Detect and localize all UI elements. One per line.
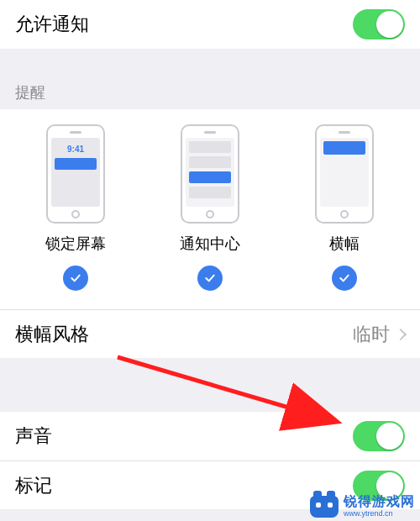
check-icon <box>338 271 351 285</box>
watermark-cn: 锐得游戏网 <box>344 495 415 508</box>
lock-notification-bar <box>55 158 97 170</box>
section-gap <box>0 358 420 412</box>
badge-label: 标记 <box>15 473 52 498</box>
phone-screen-center <box>186 138 234 207</box>
preview-lock-check[interactable] <box>63 266 88 291</box>
banner-style-label: 横幅风格 <box>15 322 89 347</box>
check-icon <box>203 271 217 285</box>
preview-center-check[interactable] <box>197 266 223 291</box>
preview-banner-label: 横幅 <box>329 234 360 254</box>
previews-row: 9:41 锁定屏幕 通知中心 <box>8 124 412 291</box>
preview-center-label: 通知中心 <box>180 234 240 254</box>
alert-style-previews: 9:41 锁定屏幕 通知中心 <box>0 109 420 309</box>
watermark: 锐得游戏网 www.ytrend.cn <box>310 495 415 518</box>
alerts-section-header: 提醒 <box>0 82 420 109</box>
center-line <box>189 141 231 153</box>
preview-banner[interactable]: 横幅 <box>286 124 403 291</box>
allow-notifications-label: 允许通知 <box>15 12 89 37</box>
phone-speaker <box>204 131 216 134</box>
phone-home-button <box>206 210 214 218</box>
phone-screen-banner <box>320 138 369 207</box>
banner-style-row[interactable]: 横幅风格 临时 <box>0 309 420 358</box>
preview-lock-screen[interactable]: 9:41 锁定屏幕 <box>17 124 134 291</box>
sound-toggle[interactable] <box>353 421 405 451</box>
phone-screen-lock: 9:41 <box>51 138 100 207</box>
center-line <box>189 187 231 198</box>
center-line-active <box>189 171 231 183</box>
lock-time: 9:41 <box>67 145 84 154</box>
phone-speaker <box>70 131 81 134</box>
sound-row[interactable]: 声音 <box>0 412 420 460</box>
toggle-knob <box>376 11 403 38</box>
center-line <box>189 156 231 168</box>
preview-lock-label: 锁定屏幕 <box>45 234 106 254</box>
phone-home-button <box>340 210 349 218</box>
watermark-logo-icon <box>310 496 339 518</box>
phone-home-button <box>71 210 80 218</box>
preview-notification-center[interactable]: 通知中心 <box>151 124 269 291</box>
sound-label: 声音 <box>15 424 52 449</box>
watermark-text: 锐得游戏网 www.ytrend.cn <box>344 495 415 518</box>
toggle-knob <box>376 423 403 450</box>
banner-bar <box>323 141 365 155</box>
watermark-en: www.ytrend.cn <box>344 510 415 518</box>
chevron-right-icon <box>395 328 407 339</box>
phone-icon <box>181 124 239 224</box>
check-icon <box>69 271 82 285</box>
phone-speaker <box>339 131 350 134</box>
phone-icon <box>315 124 374 224</box>
preview-banner-check[interactable] <box>332 266 357 291</box>
banner-style-value-wrap: 临时 <box>353 322 405 347</box>
section-gap <box>0 49 420 82</box>
allow-notifications-toggle[interactable] <box>353 9 405 39</box>
allow-notifications-row[interactable]: 允许通知 <box>0 0 420 49</box>
phone-icon: 9:41 <box>46 124 105 224</box>
banner-style-value: 临时 <box>353 322 390 347</box>
